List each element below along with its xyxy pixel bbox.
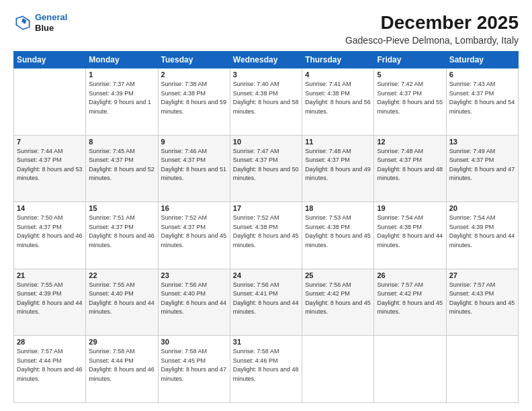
week-row-1: 1Sunrise: 7:37 AMSunset: 4:39 PMDaylight… — [14, 68, 519, 136]
calendar-cell: 9Sunrise: 7:46 AMSunset: 4:37 PMDaylight… — [158, 135, 230, 202]
calendar-cell: 1Sunrise: 7:37 AMSunset: 4:39 PMDaylight… — [86, 68, 158, 136]
week-row-2: 7Sunrise: 7:44 AMSunset: 4:37 PMDaylight… — [14, 135, 519, 202]
day-info: Sunrise: 7:45 AMSunset: 4:37 PMDaylight:… — [89, 147, 154, 183]
day-info: Sunrise: 7:53 AMSunset: 4:38 PMDaylight:… — [305, 214, 371, 250]
logo-text: General Blue — [35, 12, 67, 33]
day-info: Sunrise: 7:57 AMSunset: 4:43 PMDaylight:… — [449, 281, 515, 317]
day-number: 3 — [233, 71, 299, 79]
calendar-cell: 10Sunrise: 7:47 AMSunset: 4:37 PMDayligh… — [230, 135, 302, 202]
day-info: Sunrise: 7:56 AMSunset: 4:42 PMDaylight:… — [305, 281, 371, 317]
day-number: 16 — [161, 204, 227, 212]
day-number: 15 — [89, 204, 154, 212]
logo: General Blue — [13, 12, 67, 33]
day-info: Sunrise: 7:52 AMSunset: 4:38 PMDaylight:… — [233, 214, 299, 250]
day-info: Sunrise: 7:37 AMSunset: 4:39 PMDaylight:… — [89, 80, 154, 116]
calendar-cell: 25Sunrise: 7:56 AMSunset: 4:42 PMDayligh… — [302, 269, 374, 336]
calendar-cell: 15Sunrise: 7:51 AMSunset: 4:37 PMDayligh… — [86, 202, 158, 269]
day-number: 28 — [17, 338, 83, 346]
calendar-cell: 31Sunrise: 7:58 AMSunset: 4:46 PMDayligh… — [230, 336, 302, 403]
calendar-cell: 30Sunrise: 7:58 AMSunset: 4:45 PMDayligh… — [158, 336, 230, 403]
day-info: Sunrise: 7:51 AMSunset: 4:37 PMDaylight:… — [89, 214, 154, 250]
header-day-monday: Monday — [86, 52, 158, 68]
calendar-cell: 16Sunrise: 7:52 AMSunset: 4:37 PMDayligh… — [158, 202, 230, 269]
day-number: 10 — [233, 138, 299, 146]
day-info: Sunrise: 7:47 AMSunset: 4:37 PMDaylight:… — [233, 147, 299, 183]
calendar-cell: 13Sunrise: 7:49 AMSunset: 4:37 PMDayligh… — [446, 135, 518, 202]
day-number: 14 — [17, 204, 83, 212]
day-info: Sunrise: 7:52 AMSunset: 4:37 PMDaylight:… — [161, 214, 227, 250]
day-info: Sunrise: 7:54 AMSunset: 4:39 PMDaylight:… — [449, 214, 515, 250]
day-number: 31 — [233, 338, 299, 346]
header-day-wednesday: Wednesday — [230, 52, 302, 68]
title-block: December 2025 Gadesco-Pieve Delmona, Lom… — [345, 12, 519, 46]
calendar-cell: 22Sunrise: 7:55 AMSunset: 4:40 PMDayligh… — [86, 269, 158, 336]
day-number: 20 — [449, 204, 515, 212]
day-info: Sunrise: 7:38 AMSunset: 4:38 PMDaylight:… — [161, 80, 227, 116]
calendar-cell: 4Sunrise: 7:41 AMSunset: 4:38 PMDaylight… — [302, 68, 374, 136]
day-info: Sunrise: 7:48 AMSunset: 4:37 PMDaylight:… — [305, 147, 371, 183]
day-number: 29 — [89, 338, 154, 346]
day-info: Sunrise: 7:42 AMSunset: 4:37 PMDaylight:… — [377, 80, 443, 116]
calendar-header-row: SundayMondayTuesdayWednesdayThursdayFrid… — [14, 52, 519, 68]
day-number: 6 — [449, 71, 515, 79]
day-number: 21 — [17, 271, 83, 279]
day-info: Sunrise: 7:55 AMSunset: 4:40 PMDaylight:… — [89, 281, 154, 317]
day-info: Sunrise: 7:43 AMSunset: 4:37 PMDaylight:… — [449, 80, 515, 116]
header-day-sunday: Sunday — [14, 52, 86, 68]
calendar-cell: 23Sunrise: 7:56 AMSunset: 4:40 PMDayligh… — [158, 269, 230, 336]
calendar-cell: 14Sunrise: 7:50 AMSunset: 4:37 PMDayligh… — [14, 202, 86, 269]
week-row-5: 28Sunrise: 7:57 AMSunset: 4:44 PMDayligh… — [14, 336, 519, 403]
day-info: Sunrise: 7:57 AMSunset: 4:44 PMDaylight:… — [17, 347, 83, 383]
day-number: 25 — [305, 271, 371, 279]
calendar-cell: 12Sunrise: 7:48 AMSunset: 4:37 PMDayligh… — [374, 135, 446, 202]
calendar-cell: 17Sunrise: 7:52 AMSunset: 4:38 PMDayligh… — [230, 202, 302, 269]
day-number: 23 — [161, 271, 227, 279]
day-number: 11 — [305, 138, 371, 146]
calendar-cell: 21Sunrise: 7:55 AMSunset: 4:39 PMDayligh… — [14, 269, 86, 336]
calendar-cell: 24Sunrise: 7:56 AMSunset: 4:41 PMDayligh… — [230, 269, 302, 336]
day-number: 8 — [89, 138, 154, 146]
calendar-cell: 3Sunrise: 7:40 AMSunset: 4:38 PMDaylight… — [230, 68, 302, 136]
day-number: 17 — [233, 204, 299, 212]
calendar-cell: 20Sunrise: 7:54 AMSunset: 4:39 PMDayligh… — [446, 202, 518, 269]
main-title: December 2025 — [345, 12, 519, 34]
week-row-3: 14Sunrise: 7:50 AMSunset: 4:37 PMDayligh… — [14, 202, 519, 269]
day-number: 5 — [377, 71, 443, 79]
day-info: Sunrise: 7:40 AMSunset: 4:38 PMDaylight:… — [233, 80, 299, 116]
calendar-cell — [374, 336, 446, 403]
day-info: Sunrise: 7:44 AMSunset: 4:37 PMDaylight:… — [17, 147, 83, 183]
calendar-cell: 26Sunrise: 7:57 AMSunset: 4:42 PMDayligh… — [374, 269, 446, 336]
calendar-cell: 7Sunrise: 7:44 AMSunset: 4:37 PMDaylight… — [14, 135, 86, 202]
subtitle: Gadesco-Pieve Delmona, Lombardy, Italy — [345, 35, 519, 46]
day-number: 30 — [161, 338, 227, 346]
day-number: 13 — [449, 138, 515, 146]
day-number: 22 — [89, 271, 154, 279]
calendar-table: SundayMondayTuesdayWednesdayThursdayFrid… — [13, 51, 519, 403]
calendar-cell: 2Sunrise: 7:38 AMSunset: 4:38 PMDaylight… — [158, 68, 230, 136]
calendar-cell: 28Sunrise: 7:57 AMSunset: 4:44 PMDayligh… — [14, 336, 86, 403]
logo-icon — [13, 13, 32, 32]
calendar-cell — [446, 336, 518, 403]
day-number: 4 — [305, 71, 371, 79]
calendar-cell: 27Sunrise: 7:57 AMSunset: 4:43 PMDayligh… — [446, 269, 518, 336]
header-day-thursday: Thursday — [302, 52, 374, 68]
day-info: Sunrise: 7:58 AMSunset: 4:44 PMDaylight:… — [89, 347, 154, 383]
week-row-4: 21Sunrise: 7:55 AMSunset: 4:39 PMDayligh… — [14, 269, 519, 336]
day-number: 24 — [233, 271, 299, 279]
day-number: 19 — [377, 204, 443, 212]
day-info: Sunrise: 7:56 AMSunset: 4:41 PMDaylight:… — [233, 281, 299, 317]
header-day-tuesday: Tuesday — [158, 52, 230, 68]
day-number: 26 — [377, 271, 443, 279]
header: General Blue December 2025 Gadesco-Pieve… — [13, 12, 519, 46]
day-number: 12 — [377, 138, 443, 146]
calendar-cell — [14, 68, 86, 136]
day-info: Sunrise: 7:46 AMSunset: 4:37 PMDaylight:… — [161, 147, 227, 183]
day-info: Sunrise: 7:50 AMSunset: 4:37 PMDaylight:… — [17, 214, 83, 250]
day-info: Sunrise: 7:58 AMSunset: 4:45 PMDaylight:… — [161, 347, 227, 383]
day-info: Sunrise: 7:41 AMSunset: 4:38 PMDaylight:… — [305, 80, 371, 116]
day-number: 7 — [17, 138, 83, 146]
day-info: Sunrise: 7:54 AMSunset: 4:38 PMDaylight:… — [377, 214, 443, 250]
day-info: Sunrise: 7:57 AMSunset: 4:42 PMDaylight:… — [377, 281, 443, 317]
day-number: 2 — [161, 71, 227, 79]
day-info: Sunrise: 7:49 AMSunset: 4:37 PMDaylight:… — [449, 147, 515, 183]
